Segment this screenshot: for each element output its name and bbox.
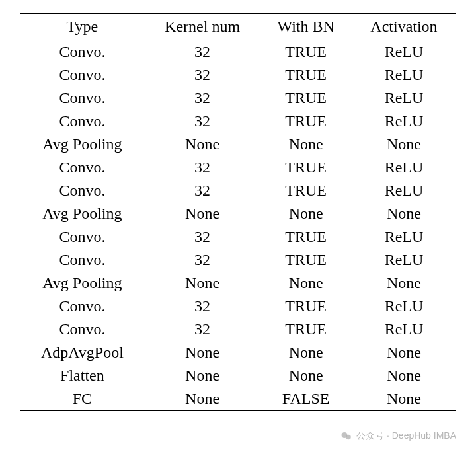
table-cell: None xyxy=(145,364,260,387)
col-activation: Activation xyxy=(352,14,456,40)
table-cell: None xyxy=(352,387,456,411)
table-cell: FALSE xyxy=(260,387,352,411)
table-cell: Convo. xyxy=(20,225,145,248)
table-cell: TRUE xyxy=(260,110,352,133)
table-cell: Flatten xyxy=(20,364,145,387)
table-cell: None xyxy=(145,387,260,411)
table-row: Convo.32TRUEReLU xyxy=(20,179,456,202)
table-cell: None xyxy=(352,272,456,295)
table-cell: None xyxy=(145,341,260,364)
table-cell: Convo. xyxy=(20,87,145,110)
table-cell: TRUE xyxy=(260,179,352,202)
table-cell: ReLU xyxy=(352,295,456,318)
table-row: Convo.32TRUEReLU xyxy=(20,248,456,272)
table-row: FlattenNoneNoneNone xyxy=(20,364,456,387)
table-cell: None xyxy=(145,133,260,156)
table-cell: Avg Pooling xyxy=(20,272,145,295)
table-cell: 32 xyxy=(145,318,260,341)
table-cell: ReLU xyxy=(352,87,456,110)
table-cell: None xyxy=(352,202,456,225)
table-row: Convo.32TRUEReLU xyxy=(20,87,456,110)
table-cell: Convo. xyxy=(20,318,145,341)
table-cell: Convo. xyxy=(20,110,145,133)
col-with-bn: With BN xyxy=(260,14,352,40)
table-cell: AdpAvgPool xyxy=(20,341,145,364)
table-cell: 32 xyxy=(145,248,260,272)
table-row: Avg PoolingNoneNoneNone xyxy=(20,133,456,156)
table-cell: TRUE xyxy=(260,295,352,318)
table-cell: ReLU xyxy=(352,63,456,87)
table-cell: TRUE xyxy=(260,40,352,64)
table-cell: TRUE xyxy=(260,248,352,272)
col-type: Type xyxy=(20,14,145,40)
table-row: AdpAvgPoolNoneNoneNone xyxy=(20,341,456,364)
table-cell: FC xyxy=(20,387,145,411)
table-cell: ReLU xyxy=(352,225,456,248)
table-cell: Convo. xyxy=(20,179,145,202)
table-cell: 32 xyxy=(145,87,260,110)
table-row: Convo.32TRUEReLU xyxy=(20,156,456,179)
table-cell: 32 xyxy=(145,63,260,87)
table-cell: None xyxy=(145,272,260,295)
table-row: Convo.32TRUEReLU xyxy=(20,110,456,133)
table-row: Convo.32TRUEReLU xyxy=(20,63,456,87)
table-cell: TRUE xyxy=(260,63,352,87)
table-cell: ReLU xyxy=(352,248,456,272)
table-cell: 32 xyxy=(145,156,260,179)
table-cell: TRUE xyxy=(260,156,352,179)
table-cell: None xyxy=(352,341,456,364)
table-cell: None xyxy=(260,133,352,156)
table-header-row: Type Kernel num With BN Activation xyxy=(20,14,456,40)
table-cell: ReLU xyxy=(352,179,456,202)
table-cell: TRUE xyxy=(260,87,352,110)
table-cell: None xyxy=(260,341,352,364)
table-cell: 32 xyxy=(145,110,260,133)
table-cell: Convo. xyxy=(20,248,145,272)
table-cell: Convo. xyxy=(20,295,145,318)
table-row: Convo.32TRUEReLU xyxy=(20,40,456,64)
table-cell: ReLU xyxy=(352,110,456,133)
table-cell: None xyxy=(260,364,352,387)
table-row: Avg PoolingNoneNoneNone xyxy=(20,272,456,295)
table-cell: 32 xyxy=(145,179,260,202)
col-kernel-num: Kernel num xyxy=(145,14,260,40)
table-cell: ReLU xyxy=(352,40,456,64)
table-row: Convo.32TRUEReLU xyxy=(20,318,456,341)
table-cell: None xyxy=(352,364,456,387)
table-cell: None xyxy=(352,133,456,156)
table-row: FCNoneFALSENone xyxy=(20,387,456,411)
table-row: Convo.32TRUEReLU xyxy=(20,295,456,318)
table-cell: None xyxy=(260,202,352,225)
table-cell: TRUE xyxy=(260,318,352,341)
table-cell: Avg Pooling xyxy=(20,202,145,225)
table-cell: Avg Pooling xyxy=(20,133,145,156)
table-cell: Convo. xyxy=(20,63,145,87)
table-cell: 32 xyxy=(145,40,260,64)
architecture-table: Type Kernel num With BN Activation Convo… xyxy=(20,13,456,411)
table-body: Convo.32TRUEReLUConvo.32TRUEReLUConvo.32… xyxy=(20,40,456,411)
table-cell: ReLU xyxy=(352,318,456,341)
table-cell: 32 xyxy=(145,295,260,318)
table-cell: Convo. xyxy=(20,40,145,64)
table-cell: 32 xyxy=(145,225,260,248)
table-cell: Convo. xyxy=(20,156,145,179)
table-cell: None xyxy=(260,272,352,295)
table-row: Avg PoolingNoneNoneNone xyxy=(20,202,456,225)
table-cell: None xyxy=(145,202,260,225)
table-row: Convo.32TRUEReLU xyxy=(20,225,456,248)
table-cell: TRUE xyxy=(260,225,352,248)
table-cell: ReLU xyxy=(352,156,456,179)
